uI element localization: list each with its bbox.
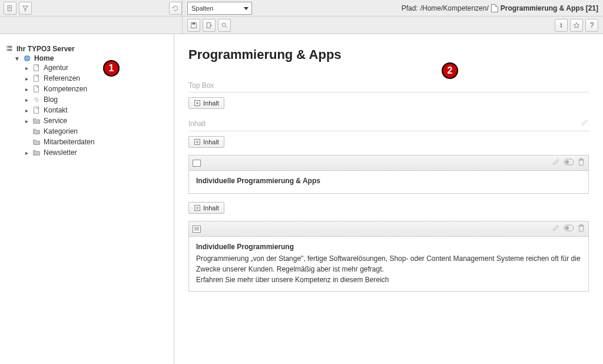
expand-icon[interactable]: ▸ <box>24 65 29 71</box>
tree-item-newsletter[interactable]: ▸Newsletter <box>24 148 169 157</box>
folder-icon <box>32 117 41 125</box>
cache-button[interactable] <box>555 19 568 32</box>
expand-icon[interactable]: ▸ <box>24 97 29 103</box>
add-icon <box>194 138 201 145</box>
toolbar-right-2: ? <box>183 16 603 34</box>
page-icon <box>32 106 41 114</box>
tree-home[interactable]: ▼ Home <box>14 54 169 62</box>
annotation-2: 2 <box>442 62 458 79</box>
tree-item-agentur[interactable]: ▸Agentur <box>24 64 169 72</box>
svg-rect-10 <box>34 86 39 92</box>
help-button[interactable]: ? <box>585 19 598 32</box>
left-tool-group <box>0 0 183 16</box>
refresh-button[interactable] <box>169 2 182 15</box>
section-topbox-label: Top Box <box>188 81 214 90</box>
left-tools-empty <box>0 16 183 34</box>
main-layout: Ihr TYPO3 Server ▼ Home ▸Agentur ▸Refere… <box>0 34 603 364</box>
toolbar-right-1: Spalten Pfad: /Home/Kompetenzen/ Program… <box>183 0 603 16</box>
add-content-topbox[interactable]: Inhalt <box>188 97 224 109</box>
link-icon <box>32 95 41 104</box>
edit-column-icon[interactable] <box>581 118 589 128</box>
svg-rect-9 <box>34 75 39 82</box>
page-icon <box>32 85 41 93</box>
svg-rect-8 <box>34 65 39 71</box>
svg-point-6 <box>8 49 9 51</box>
header-element-icon <box>193 160 201 167</box>
add-content-inhalt-2[interactable]: Inhalt <box>188 202 224 214</box>
expand-icon[interactable]: ▸ <box>24 86 29 92</box>
section-topbox: Top Box <box>188 79 589 92</box>
toggle-icon[interactable] <box>564 158 574 167</box>
export-button[interactable] <box>203 19 216 32</box>
tree-item-blog[interactable]: ▸Blog <box>24 95 169 104</box>
svg-point-5 <box>8 47 9 48</box>
expand-icon[interactable]: ▸ <box>24 118 29 124</box>
ce-text: Programmierung „von der Stange", fertige… <box>196 253 581 285</box>
folder-icon <box>32 127 41 135</box>
bookmark-button[interactable] <box>570 19 583 32</box>
svg-rect-3 <box>207 22 210 28</box>
filter-button[interactable] <box>19 2 32 15</box>
ce-title: Individuelle Programmierung <box>196 243 581 251</box>
delete-icon[interactable] <box>578 158 585 168</box>
tree-item-kategorien[interactable]: Kategorien <box>24 127 169 135</box>
new-page-button[interactable] <box>4 2 16 15</box>
folder-icon <box>32 138 41 146</box>
add-icon <box>194 204 201 211</box>
expand-icon[interactable]: ▸ <box>24 150 29 156</box>
page-icon <box>32 74 41 82</box>
tree-item-kontakt[interactable]: ▸Kontakt <box>24 106 169 114</box>
globe-icon <box>22 54 32 62</box>
tree-root-label: Ihr TYPO3 Server <box>16 45 75 53</box>
expand-icon[interactable]: ▸ <box>24 107 29 114</box>
svg-point-15 <box>565 160 569 164</box>
edit-icon[interactable] <box>552 158 560 168</box>
folder-icon <box>32 148 41 157</box>
collapse-icon[interactable]: ▼ <box>14 55 20 62</box>
page-title: Programmierung & Apps <box>188 47 589 62</box>
breadcrumb: Pfad: /Home/Kompetenzen/ Programmierung … <box>402 4 598 12</box>
save-button[interactable] <box>187 19 200 32</box>
view-select[interactable]: Spalten <box>187 2 252 15</box>
toolbar-row-2: ? <box>0 16 603 34</box>
svg-point-4 <box>222 23 226 27</box>
section-inhalt: Inhalt <box>188 116 589 131</box>
svg-point-18 <box>565 226 569 230</box>
ce-header[interactable] <box>189 221 588 237</box>
delete-icon[interactable] <box>578 224 585 234</box>
page-tree: Ihr TYPO3 Server ▼ Home ▸Agentur ▸Refere… <box>0 34 174 364</box>
path-prefix: Pfad: <box>402 4 418 12</box>
tree-root[interactable]: Ihr TYPO3 Server <box>5 45 169 53</box>
expand-icon[interactable]: ▸ <box>24 75 29 82</box>
toggle-icon[interactable] <box>564 224 574 233</box>
svg-rect-11 <box>34 107 39 114</box>
content-element-2: Individuelle Programmierung Programmieru… <box>188 221 589 292</box>
page-icon <box>491 4 498 12</box>
annotation-1: 1 <box>103 60 120 77</box>
add-icon <box>194 100 201 107</box>
tree-home-label: Home <box>34 54 54 62</box>
add-content-inhalt-1[interactable]: Inhalt <box>188 136 224 148</box>
ce-header[interactable] <box>189 155 588 171</box>
toolbar-row-1: Spalten Pfad: /Home/Kompetenzen/ Program… <box>0 0 603 16</box>
edit-icon[interactable] <box>552 224 560 234</box>
search-button[interactable] <box>218 19 231 32</box>
section-inhalt-label: Inhalt <box>188 120 206 128</box>
tree-item-service[interactable]: ▸Service <box>24 117 169 125</box>
content-area: Programmierung & Apps Top Box Inhalt Inh… <box>174 34 603 364</box>
content-element-1: Individuelle Programmierung & Apps <box>188 155 589 194</box>
server-icon <box>5 45 14 53</box>
path-crumbs: /Home/Kompetenzen/ <box>420 4 489 12</box>
tree-item-kompetenzen[interactable]: ▸Kompetenzen <box>24 85 169 93</box>
text-element-icon <box>193 226 201 233</box>
svg-rect-2 <box>193 22 196 24</box>
tree-item-mitarbeiterdaten[interactable]: Mitarbeiterdaten <box>24 138 169 146</box>
path-title: Programmierung & Apps [21] <box>501 4 598 12</box>
view-select-label: Spalten <box>187 2 252 15</box>
page-icon <box>32 64 41 72</box>
tree-item-referenzen[interactable]: ▸Referenzen <box>24 74 169 82</box>
ce-title: Individuelle Programmierung & Apps <box>196 177 581 185</box>
